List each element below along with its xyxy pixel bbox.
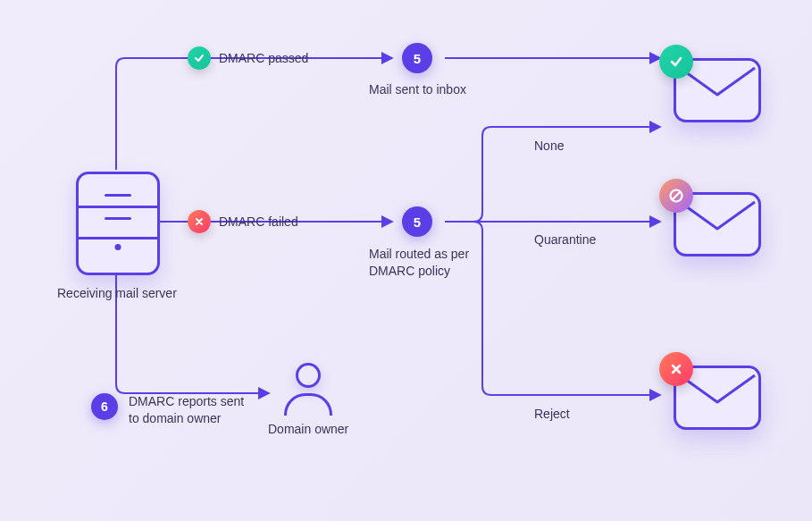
- reports-label-line2: to domain owner: [129, 410, 244, 427]
- cross-icon: [659, 352, 693, 386]
- step-badge-inbox: 5: [402, 43, 432, 73]
- check-icon: [659, 45, 693, 79]
- failed-label: DMARC failed: [219, 214, 298, 229]
- check-icon: [188, 46, 211, 70]
- owner-label: Domain owner: [268, 422, 348, 436]
- cross-icon: [188, 210, 211, 233]
- server-icon: [76, 172, 160, 275]
- step-badge-routed: 5: [402, 206, 432, 237]
- passed-label: DMARC passed: [219, 51, 308, 65]
- policy-reject-label: Reject: [534, 407, 570, 421]
- routed-label: Mail routed as per DMARC policy: [369, 246, 469, 280]
- block-icon: [659, 179, 693, 213]
- policy-none-label: None: [534, 139, 564, 153]
- reports-label: DMARC reports sent to domain owner: [129, 393, 244, 427]
- inbox-label: Mail sent to inbox: [369, 82, 466, 97]
- server-label: Receiving mail server: [57, 286, 177, 300]
- routed-label-line1: Mail routed as per: [369, 246, 469, 263]
- reports-label-line1: DMARC reports sent: [129, 393, 244, 410]
- svg-line-1: [673, 192, 681, 200]
- policy-quarantine-label: Quarantine: [534, 232, 596, 247]
- step-badge-reports: 6: [91, 393, 118, 420]
- routed-label-line2: DMARC policy: [369, 263, 469, 280]
- person-icon: [281, 353, 335, 416]
